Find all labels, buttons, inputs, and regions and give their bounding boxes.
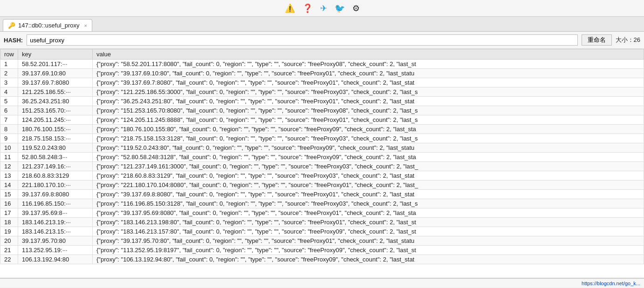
hash-input[interactable] [27,34,577,46]
cell-row-number: 20 [0,236,18,246]
cell-value: {"proxy": "39.137.95.70:80", "fail_count… [92,236,644,246]
col-header-row: row [0,49,18,60]
table-row[interactable]: 14221.180.170.10:···{"proxy": "221.180.1… [0,181,644,190]
table-row[interactable]: 10119.52.0.243:80{"proxy": "119.52.0.243… [0,143,644,153]
table-row[interactable]: 16116.196.85.150:···{"proxy": "116.196.8… [0,199,644,208]
cell-value: {"proxy": "113.252.95.19:8197", "fail_co… [92,246,644,255]
cell-key: 39.137.95.69:8··· [18,208,92,218]
cell-value: {"proxy": "39.137.69.10:80", "fail_count… [92,69,644,78]
table-container: row key value 158.52.201.117:···{"proxy"… [0,49,644,278]
table-row[interactable]: 8180.76.100.155:···{"proxy": "180.76.100… [0,125,644,134]
telegram-icon[interactable]: ✈ [320,3,327,13]
cell-row-number: 19 [0,227,18,236]
cell-row-number: 12 [0,162,18,171]
cell-value: {"proxy": "39.137.95.69:8080", "fail_cou… [92,208,644,218]
tab-key-icon: 🔑 [8,22,15,29]
cell-row-number: 10 [0,143,18,153]
cell-key: 119.52.0.243:80 [18,143,92,153]
table-row[interactable]: 158.52.201.117:···{"proxy": "58.52.201.1… [0,60,644,69]
table-row[interactable]: 339.137.69.7:8080{"proxy": "39.137.69.7:… [0,78,644,87]
table-row[interactable]: 7124.205.11.245:···{"proxy": "124.205.11… [0,115,644,125]
cell-value: {"proxy": "116.196.85.150:3128", "fail_c… [92,199,644,208]
cell-row-number: 22 [0,255,18,264]
warning-icon[interactable]: ⚠️ [285,3,295,13]
table-row[interactable]: 239.137.69.10:80{"proxy": "39.137.69.10:… [0,69,644,78]
cell-key: 183.146.213.15:··· [18,227,92,236]
toolbar: ⚠️ ❓ ✈ 🐦 ⚙ [0,0,644,17]
cell-row-number: 8 [0,125,18,134]
cell-key: 39.137.69.7:8080 [18,78,92,87]
cell-row-number: 18 [0,218,18,227]
hash-label: HASH: [4,37,23,44]
cell-key: 39.137.95.70:80 [18,236,92,246]
cell-value: {"proxy": "36.25.243.251:80", "fail_coun… [92,97,644,106]
twitter-icon[interactable]: 🐦 [335,3,345,13]
table-row[interactable]: 18183.146.213.19:···{"proxy": "183.146.2… [0,218,644,227]
cell-value: {"proxy": "58.52.201.117:8080", "fail_co… [92,60,644,69]
cell-row-number: 17 [0,208,18,218]
cell-row-number: 2 [0,69,18,78]
github-icon[interactable]: ⚙ [352,3,360,13]
table-row[interactable]: 1739.137.95.69:8···{"proxy": "39.137.95.… [0,208,644,218]
cell-key: 218.75.158.153:··· [18,134,92,143]
cell-value: {"proxy": "52.80.58.248:3128", "fail_cou… [92,153,644,162]
table-row[interactable]: 4121.225.186.55:···{"proxy": "121.225.18… [0,87,644,97]
cell-row-number: 9 [0,134,18,143]
hash-row: HASH: 重命名 大小：26 [0,32,644,49]
data-table: row key value 158.52.201.117:···{"proxy"… [0,49,644,264]
cell-value: {"proxy": "119.52.0.243:80", "fail_count… [92,143,644,153]
status-link[interactable]: https://blogcdn.net/go_k... [582,281,640,286]
cell-row-number: 16 [0,199,18,208]
cell-value: {"proxy": "221.180.170.104:8080", "fail_… [92,181,644,190]
cell-key: 116.196.85.150:··· [18,199,92,208]
cell-row-number: 7 [0,115,18,125]
status-bar: https://blogcdn.net/go_k... [0,278,644,288]
cell-value: {"proxy": "183.146.213.157:80", "fail_co… [92,227,644,236]
cell-row-number: 11 [0,153,18,162]
cell-key: 36.25.243.251:80 [18,97,92,106]
table-row[interactable]: 21113.252.95.19:···{"proxy": "113.252.95… [0,246,644,255]
table-row[interactable]: 19183.146.213.15:···{"proxy": "183.146.2… [0,227,644,236]
table-row[interactable]: 536.25.243.251:80{"proxy": "36.25.243.25… [0,97,644,106]
cell-row-number: 1 [0,60,18,69]
table-row[interactable]: 9218.75.158.153:···{"proxy": "218.75.158… [0,134,644,143]
cell-key: 52.80.58.248:3··· [18,153,92,162]
cell-value: {"proxy": "180.76.100.155:80", "fail_cou… [92,125,644,134]
tab-label: 147::db0::useful_proxy [18,22,80,29]
cell-key: 113.252.95.19:··· [18,246,92,255]
cell-row-number: 5 [0,97,18,106]
cell-value: {"proxy": "183.146.213.198:80", "fail_co… [92,218,644,227]
table-row[interactable]: 6151.253.165.70:···{"proxy": "151.253.16… [0,106,644,115]
hash-size: 大小：26 [616,36,640,44]
tab-useful-proxy[interactable]: 🔑 147::db0::useful_proxy × [3,19,92,31]
cell-row-number: 6 [0,106,18,115]
table-row[interactable]: 1539.137.69.8:8080{"proxy": "39.137.69.8… [0,190,644,199]
cell-key: 183.146.213.19:··· [18,218,92,227]
cell-key: 106.13.192.94:80 [18,255,92,264]
cell-key: 124.205.11.245:··· [18,115,92,125]
cell-row-number: 15 [0,190,18,199]
cell-row-number: 4 [0,87,18,97]
tab-close-button[interactable]: × [84,23,87,28]
cell-key: 151.253.165.70:··· [18,106,92,115]
table-row[interactable]: 12121.237.149.16:···{"proxy": "121.237.1… [0,162,644,171]
table-row[interactable]: 22106.13.192.94:80{"proxy": "106.13.192.… [0,255,644,264]
table-header-row: row key value [0,49,644,60]
table-row[interactable]: 13218.60.8.83:3129{"proxy": "218.60.8.83… [0,171,644,181]
col-header-value: value [92,49,644,60]
cell-row-number: 14 [0,181,18,190]
cell-key: 121.237.149.16:··· [18,162,92,171]
cell-value: {"proxy": "218.60.8.83:3129", "fail_coun… [92,171,644,181]
cell-key: 39.137.69.8:8080 [18,190,92,199]
help-icon[interactable]: ❓ [302,3,313,13]
cell-key: 221.180.170.10:··· [18,181,92,190]
cell-value: {"proxy": "39.137.69.8:8080", "fail_coun… [92,190,644,199]
cell-row-number: 3 [0,78,18,87]
cell-value: {"proxy": "106.13.192.94:80", "fail_coun… [92,255,644,264]
rename-button[interactable]: 重命名 [582,34,612,46]
cell-key: 218.60.8.83:3129 [18,171,92,181]
cell-key: 121.225.186.55:··· [18,87,92,97]
cell-value: {"proxy": "39.137.69.7:8080", "fail_coun… [92,78,644,87]
table-row[interactable]: 1152.80.58.248:3···{"proxy": "52.80.58.2… [0,153,644,162]
table-row[interactable]: 2039.137.95.70:80{"proxy": "39.137.95.70… [0,236,644,246]
